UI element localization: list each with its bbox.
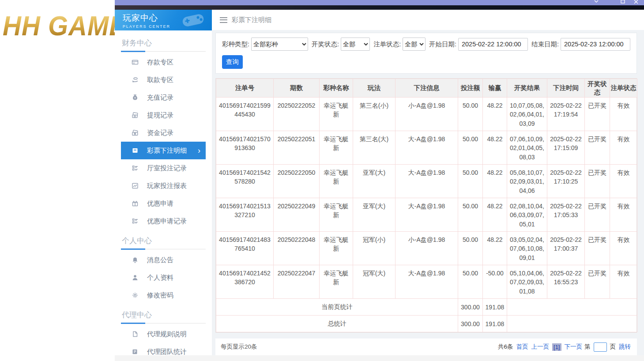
- table-cell: 有效: [610, 165, 637, 198]
- summary-bet-total: 300.00: [458, 316, 483, 332]
- app-window: 玩家中心 PLAYERS CENTER 财务中心存款专区取款专区充值记录提现记录…: [115, 0, 644, 361]
- sidebar-item-withdraw-hand[interactable]: 取款专区: [121, 71, 206, 89]
- sidebar-item-label: 充值记录: [147, 94, 173, 102]
- window-top-strip: [115, 5, 644, 10]
- table-cell: 有效: [610, 232, 637, 265]
- table-cell: 有效: [610, 131, 637, 165]
- table-cell: 50.00: [458, 165, 483, 198]
- sidebar-item-label: 优惠申请记录: [147, 217, 187, 226]
- summary-row: 当前页统计300.00191.08: [216, 299, 637, 316]
- summary-row: 总统计300.00191.08: [216, 316, 637, 332]
- table-row: 40156917402159944543020250222052幸运飞艇新第三名…: [216, 98, 637, 131]
- table-cell: 20250222051: [274, 131, 320, 165]
- table-cell: 2025-02-22 17:10:25: [547, 165, 585, 198]
- table-cell: 401569174021483765410: [216, 232, 274, 265]
- column-header: 下注信息: [395, 79, 458, 98]
- prev-page-link[interactable]: 上一页: [531, 343, 550, 351]
- sidebar-item-password-gear[interactable]: 修改密码: [121, 286, 206, 304]
- notice-bell-icon: [132, 256, 139, 263]
- chevron-down-icon[interactable]: [593, 0, 599, 5]
- page-size-text: 每页显示20条: [221, 343, 257, 351]
- summary-empty: [507, 316, 637, 332]
- sidebar-item-report-chart[interactable]: 玩家投注报表: [121, 177, 206, 195]
- table-cell: 大-A盘@1.98: [395, 131, 458, 165]
- table-cell: 幸运飞艇新: [320, 232, 353, 265]
- table-cell: 幸运飞艇新: [320, 265, 353, 299]
- chevron-right-icon: ›: [198, 147, 206, 154]
- pagination-bar: 每页显示20条 共6条 首页 上一页 [1] 下一页 第 页 跳转: [215, 338, 637, 355]
- table-cell: 已开奖: [585, 98, 610, 131]
- sidebar-item-cash-record[interactable]: 提现记录: [121, 106, 206, 124]
- start-date-input[interactable]: [458, 38, 528, 51]
- filter-panel: 彩种类型: 全部彩种 开奖状态: 全部 注单状态: 全部 开始日期: 结束日期:: [215, 33, 637, 74]
- table-cell: 冠军(小): [353, 232, 395, 265]
- sidebar-item-agent-file[interactable]: 代理规则说明: [121, 325, 206, 343]
- jump-page-input[interactable]: [594, 342, 607, 352]
- table-cell: 48.22: [483, 198, 507, 232]
- sidebar-item-promo-list[interactable]: 优惠申请记录: [121, 212, 206, 230]
- sidebar-item-lottery-ledger[interactable]: 彩票下注明细›: [121, 142, 206, 159]
- sidebar-item-promo-gift[interactable]: 优惠申请: [121, 195, 206, 212]
- end-date-input[interactable]: [561, 38, 630, 51]
- table-cell: 401569174021542578280: [216, 165, 274, 198]
- sidebar-item-agent-book[interactable]: 代理团队统计: [121, 343, 206, 355]
- column-header: 注单号: [216, 79, 274, 98]
- table-cell: 50.00: [458, 131, 483, 165]
- first-page-link[interactable]: 首页: [516, 343, 528, 351]
- sidebar-item-label: 代理规则说明: [147, 330, 187, 338]
- summary-label: 当前页统计: [216, 299, 458, 316]
- profile-person-icon: [132, 274, 139, 281]
- table-cell: 401569174021570913630: [216, 131, 274, 165]
- table-cell: 2025-02-22 17:00:37: [547, 232, 585, 265]
- hall-list-icon: [132, 165, 139, 172]
- query-button[interactable]: 查询: [222, 55, 243, 69]
- summary-winloss-total: 191.08: [483, 316, 507, 332]
- table-cell: 大-A盘@1.98: [395, 265, 458, 299]
- table-cell: 401569174021599445430: [216, 98, 274, 131]
- left-brand-pane: HH GAME: [0, 0, 115, 361]
- recharge-bag-icon: [132, 94, 139, 101]
- draw-status-select[interactable]: 全部: [341, 38, 370, 51]
- sidebar-item-label: 个人资料: [147, 274, 173, 282]
- close-window-icon[interactable]: [633, 0, 639, 5]
- jump-prefix-label: 第: [584, 343, 591, 351]
- table-cell: 第三名(小): [353, 98, 395, 131]
- sidebar-item-funds-banknote[interactable]: 资金记录: [121, 124, 206, 142]
- sidebar-item-profile-person[interactable]: 个人资料: [121, 269, 206, 286]
- table-cell: 10,07,05,08,02,06,04,01,03,09: [507, 98, 547, 131]
- horizontal-scrollbar[interactable]: [115, 355, 644, 361]
- cash-record-icon: [132, 112, 139, 119]
- bets-table: 注单号期数彩种名称玩法下注信息投注额输赢开奖结果下注时间开奖状态注单状态 401…: [216, 79, 637, 332]
- hamburger-menu-icon[interactable]: [220, 17, 227, 23]
- next-page-link[interactable]: 下一页: [565, 343, 583, 351]
- sidebar-item-deposit-card[interactable]: 存款专区: [121, 53, 206, 71]
- jump-button[interactable]: 跳转: [619, 343, 631, 351]
- sidebar-item-label: 代理团队统计: [147, 348, 187, 356]
- sidebar-item-label: 厅室投注记录: [147, 164, 187, 173]
- column-header: 投注额: [458, 79, 483, 98]
- table-cell: 48.22: [483, 232, 507, 265]
- table-cell: 2025-02-22 17:19:54: [547, 98, 585, 131]
- promo-gift-icon: [132, 200, 139, 207]
- summary-winloss-total: 191.08: [483, 299, 507, 316]
- table-cell: 50.00: [458, 198, 483, 232]
- section-title: 财务中心: [122, 38, 206, 48]
- table-row: 40156917402151332721020250222049幸运飞艇新亚军(…: [216, 198, 637, 232]
- table-cell: 已开奖: [585, 165, 610, 198]
- sidebar-item-label: 提现记录: [147, 111, 173, 120]
- table-cell: 亚军(大): [353, 165, 395, 198]
- table-cell: 20250222052: [274, 98, 320, 131]
- order-status-select[interactable]: 全部: [403, 38, 426, 51]
- window-titlebar: [115, 0, 644, 5]
- table-cell: 小-A盘@1.98: [395, 98, 458, 131]
- sidebar-item-label: 修改密码: [147, 291, 173, 300]
- sidebar-item-notice-bell[interactable]: 消息公告: [121, 251, 206, 269]
- table-cell: 48.22: [483, 165, 507, 198]
- sidebar-item-recharge-bag[interactable]: 充值记录: [121, 89, 206, 106]
- lottery-type-select[interactable]: 全部彩种: [251, 38, 308, 51]
- sidebar-item-hall-list[interactable]: 厅室投注记录: [121, 159, 206, 177]
- table-cell: 401569174021513327210: [216, 198, 274, 232]
- section-divider: [121, 323, 206, 324]
- restore-window-icon[interactable]: [620, 0, 626, 5]
- table-cell: 大-A盘@1.98: [395, 165, 458, 198]
